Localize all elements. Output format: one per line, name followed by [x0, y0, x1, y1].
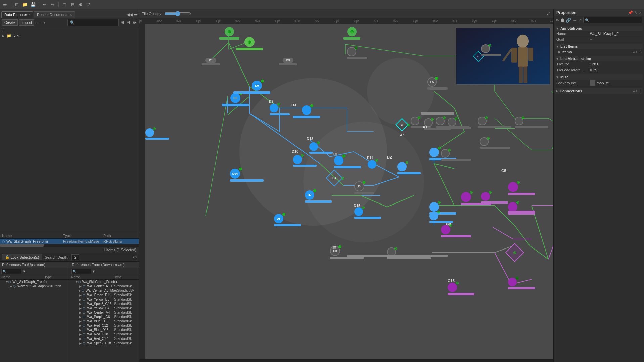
- list-item[interactable]: ▶ ⬡ Wa_Blue_D19 StandardSk: [70, 319, 139, 323]
- node-d11[interactable]: ⊕: [368, 160, 376, 169]
- node-b5-right[interactable]: E5⊕: [427, 77, 448, 90]
- left-panel-hscrollbar[interactable]: [0, 244, 139, 247]
- node-e1[interactable]: E1: [202, 58, 220, 65]
- list-item[interactable]: ▶ ⬡ Warrior_SkillGraph SkillGraph: [0, 284, 70, 288]
- items-subsection-header[interactable]: ▶ Items ≡ + ⋮: [558, 49, 643, 55]
- left-settings-icon[interactable]: ⚙: [132, 19, 137, 26]
- open-file-icon[interactable]: 📁: [22, 2, 28, 8]
- connections-section-header[interactable]: ▶ Connections ≡ + ⋮: [555, 88, 643, 94]
- list-virt-header[interactable]: ▼ List Virtualization: [555, 56, 643, 61]
- node-a7-top-2[interactable]: ⊕: [441, 149, 471, 161]
- props-icon-5[interactable]: ↗: [578, 18, 582, 23]
- filter-icon[interactable]: ⊞: [120, 19, 125, 26]
- search-input[interactable]: [67, 19, 119, 26]
- view-icon[interactable]: ◻: [61, 2, 67, 8]
- tab-recent-documents[interactable]: Recent Documents ×: [34, 11, 75, 18]
- props-icon-2[interactable]: ⬟: [561, 18, 564, 23]
- list-item[interactable]: ▶ ⬡ Wa_Yellow_B4 StandardSk: [70, 306, 139, 310]
- list-item[interactable]: ▶ ⬡ Wa_Spec2_F18 StandardSk: [70, 341, 139, 345]
- downstream-dropdown-icon[interactable]: ▼: [92, 269, 96, 273]
- list-items-section-header[interactable]: ▼ List Items: [555, 44, 643, 49]
- lock-selection-button[interactable]: 🔒 Lock Selection(s): [2, 254, 42, 260]
- node-d9x[interactable]: ⊕: [270, 104, 290, 115]
- node-a7-right[interactable]: ⊕: [480, 137, 510, 149]
- properties-expand-icon[interactable]: ⤡: [634, 10, 638, 15]
- list-item[interactable]: ▶ ⬡ Wa_Green_E11 StandardSk: [70, 293, 139, 297]
- downstream-search-input[interactable]: [71, 269, 91, 274]
- node-d13[interactable]: ⊕: [309, 142, 333, 154]
- items-list-icon[interactable]: ≡: [633, 50, 635, 54]
- nav-forward-icon[interactable]: →: [41, 20, 46, 25]
- items-add-icon[interactable]: +: [636, 50, 638, 54]
- nav-back-icon[interactable]: ←: [36, 20, 40, 25]
- connections-list-icon[interactable]: ≡: [633, 89, 635, 93]
- canvas-hscrollbar[interactable]: [139, 359, 553, 362]
- node-g18-diamond[interactable]: ⊕: [508, 246, 521, 259]
- annotations-section-header[interactable]: ▼ Annotations: [555, 26, 643, 31]
- node-i3[interactable]: I3⊕: [354, 181, 374, 194]
- guid-list-icon[interactable]: ≡: [590, 37, 592, 41]
- view-toggle-icon[interactable]: ⊟: [126, 19, 131, 26]
- table-row[interactable]: ⬡ Wa_SkillGraph_Freeform FreeformItemLis…: [0, 239, 139, 244]
- node-purple-far-1[interactable]: ⊕: [508, 182, 535, 195]
- node-b2[interactable]: ⊕: [397, 162, 421, 174]
- node-g11-purple[interactable]: ⊕: [508, 278, 535, 289]
- grid-icon[interactable]: ⊞: [70, 2, 76, 8]
- node-g8-purple[interactable]: ⊕: [441, 225, 471, 237]
- node-h1-dark[interactable]: ⊕: [387, 247, 431, 259]
- menu-icon[interactable]: ☰: [2, 2, 8, 8]
- node-b-btm[interactable]: ⊕: [429, 212, 453, 223]
- node-dark-row-3[interactable]: ⊕: [515, 117, 548, 128]
- canvas-viewport[interactable]: + ⊕ ⊕: [145, 24, 553, 359]
- list-item[interactable]: ▶ ⬡ Wa_Yellow_B3 StandardSk: [70, 297, 139, 302]
- props-icon-1[interactable]: ✏: [556, 18, 559, 23]
- new-file-icon[interactable]: ⊡: [14, 2, 20, 8]
- list-item[interactable]: ▼ ⬡ Wa_SkillGraph_Freefor: [0, 280, 70, 284]
- connections-menu-icon[interactable]: ⋮: [638, 89, 642, 93]
- expand-panel-icon[interactable]: ⤢: [547, 11, 551, 16]
- create-button[interactable]: Create: [2, 19, 18, 26]
- node-purple-2[interactable]: ⊕: [481, 192, 508, 204]
- upstream-search-input[interactable]: [1, 269, 21, 274]
- import-button[interactable]: Import: [19, 19, 34, 26]
- redo-icon[interactable]: ↪: [50, 2, 56, 8]
- node-d7[interactable]: D7⊕: [305, 190, 332, 203]
- list-item[interactable]: ▶ ⬡ Wa_Center_A4 StandardSk: [70, 310, 139, 315]
- depth-settings-icon[interactable]: ⚙: [133, 255, 137, 260]
- tab-data-explorer[interactable]: Data Explorer ×: [1, 11, 33, 18]
- help-icon[interactable]: ?: [86, 2, 92, 8]
- props-icon-4[interactable]: →: [572, 18, 577, 23]
- connections-add-icon[interactable]: +: [636, 89, 638, 93]
- upstream-dropdown-icon[interactable]: ▼: [22, 269, 26, 273]
- tree-hamburger[interactable]: ☰: [0, 27, 139, 33]
- list-item[interactable]: ▶ ⬡ Wa_Red_C12 StandardSk: [70, 323, 139, 328]
- node-green-right[interactable]: ⊕: [343, 27, 360, 40]
- misc-section-header[interactable]: ▼ Misc: [555, 74, 643, 80]
- node-d1[interactable]: ⊕: [334, 156, 361, 168]
- node-d0[interactable]: D0⊕: [222, 93, 249, 106]
- node-a-top-right[interactable]: ⊕: [347, 47, 367, 59]
- close-tab-data-explorer[interactable]: ×: [28, 13, 30, 17]
- tabs-collapse-icon[interactable]: ◀◀: [127, 12, 133, 17]
- items-menu-icon[interactable]: ⋮: [638, 50, 642, 54]
- node-green-2[interactable]: ⊕: [236, 37, 263, 50]
- node-dark-row-2[interactable]: ⊕: [478, 117, 511, 128]
- node-d04[interactable]: D04⊕: [230, 169, 264, 182]
- list-item[interactable]: ▼ ⬡ Wa_SkillGraph_Freefor: [70, 280, 139, 284]
- node-d15[interactable]: ⊕: [354, 207, 381, 219]
- tabs-menu-icon[interactable]: ☰: [134, 12, 138, 17]
- list-item[interactable]: ▶ ⬡ Wa_Spec3_G16 StandardSk: [70, 302, 139, 306]
- properties-pin-icon[interactable]: 📌: [628, 10, 633, 15]
- node-d3[interactable]: ⊕: [293, 105, 320, 118]
- list-item[interactable]: ▶ ⬡ Wa_Red_C18 StandardSk: [70, 332, 139, 336]
- settings-icon[interactable]: ⚙: [78, 2, 84, 8]
- list-item[interactable]: ▶ ⬡ Wa_Center_A3_Mou StandardSk: [70, 288, 139, 293]
- node-a1-top-diamond[interactable]: ⊕: [481, 44, 501, 56]
- list-item[interactable]: ▶ ⬡ Wa_Purple_G6 StandardSk: [70, 315, 139, 319]
- opacity-slider[interactable]: [164, 12, 191, 16]
- list-item[interactable]: ▶ ⬡ Wa_Red_C17 StandardSk: [70, 336, 139, 341]
- tree-item-rpg[interactable]: ▶ 📁 RPG: [0, 33, 139, 39]
- list-item[interactable]: ▶ ⬡ Wa_Center_A10 StandardSk: [70, 284, 139, 288]
- close-tab-recent-documents[interactable]: ×: [70, 13, 72, 17]
- node-b3-right[interactable]: ⊕: [145, 128, 169, 140]
